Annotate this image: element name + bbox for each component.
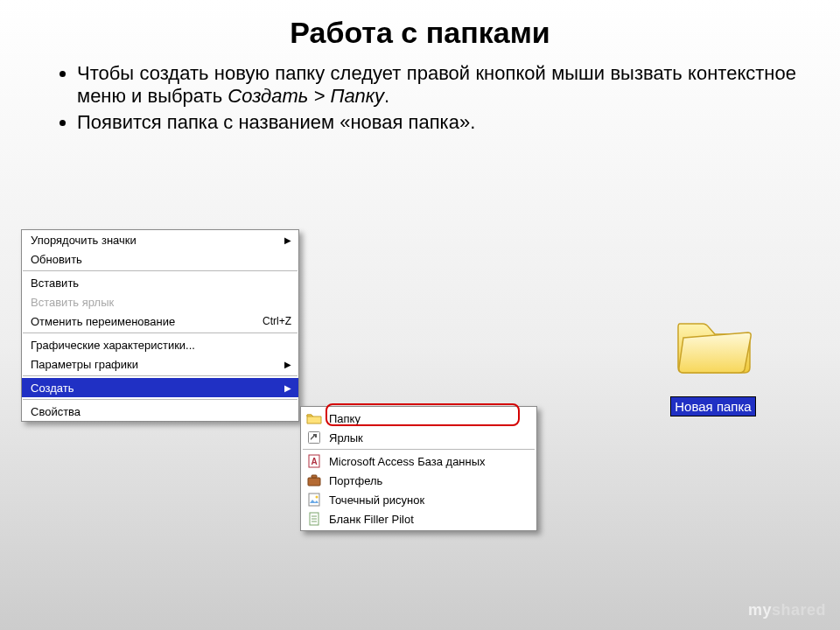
chevron-right-icon: ▶ — [284, 360, 291, 369]
svg-rect-0 — [309, 432, 320, 444]
bullet-1-pre: Чтобы создать новую папку следует правой… — [77, 62, 796, 107]
bullet-1-post: . — [384, 85, 389, 107]
sub-shortcut-label: Ярлык — [329, 431, 363, 444]
ctx-refresh-label: Обновить — [31, 253, 291, 266]
sub-folder[interactable]: Папку — [301, 409, 536, 428]
document-icon — [306, 512, 322, 526]
folder-large-icon — [671, 308, 755, 378]
ctx-graphic-params-label: Параметры графики — [31, 358, 284, 371]
svg-rect-4 — [312, 475, 317, 478]
ctx-refresh[interactable]: Обновить — [22, 249, 298, 269]
svg-rect-3 — [308, 478, 320, 486]
ctx-create-label: Создать — [31, 382, 284, 395]
ctx-create[interactable]: Создать ▶ — [22, 378, 298, 397]
ctx-sep-1 — [23, 270, 298, 271]
sub-filler-pilot[interactable]: Бланк Filler Pilot — [301, 509, 536, 528]
ctx-sep-3 — [23, 375, 298, 376]
sub-bitmap[interactable]: Точечный рисунок — [301, 490, 536, 509]
sub-briefcase[interactable]: Портфель — [301, 471, 536, 490]
ctx-paste-shortcut-label: Вставить ярлык — [31, 296, 291, 309]
ctx-sep-2 — [23, 332, 298, 333]
sub-filler-pilot-label: Бланк Filler Pilot — [329, 513, 414, 526]
ctx-undo-rename[interactable]: Отменить переименование Ctrl+Z — [22, 312, 298, 331]
sub-shortcut[interactable]: Ярлык — [301, 428, 536, 447]
sub-bitmap-label: Точечный рисунок — [329, 494, 424, 507]
chevron-right-icon: ▶ — [284, 235, 291, 245]
ctx-sep-4 — [23, 399, 298, 400]
bullet-1: Чтобы создать новую папку следует правой… — [77, 62, 796, 108]
svg-point-6 — [316, 496, 318, 499]
sub-sep — [303, 449, 535, 450]
ctx-graphic-characteristics[interactable]: Графические характеристики... — [22, 335, 298, 354]
sub-folder-label: Папку — [329, 412, 360, 425]
ctx-undo-rename-label: Отменить переименование — [31, 315, 262, 328]
page-title: Работа с папками — [0, 0, 840, 62]
bitmap-icon — [306, 493, 322, 507]
shortcut-icon — [306, 430, 322, 444]
ctx-graphic-params[interactable]: Параметры графики ▶ — [22, 354, 298, 374]
bullet-list: Чтобы создать новую папку следует правой… — [0, 62, 840, 134]
create-submenu: Папку Ярлык A Microsoft Access База данн… — [300, 406, 537, 531]
svg-text:A: A — [311, 457, 317, 466]
context-menu: Упорядочить значки ▶ Обновить Вставить В… — [21, 229, 299, 422]
sub-briefcase-label: Портфель — [329, 474, 382, 487]
sub-access-db-label: Microsoft Access База данных — [329, 455, 486, 468]
ctx-paste[interactable]: Вставить — [22, 273, 298, 292]
new-folder-preview: Новая папка — [665, 308, 761, 416]
folder-icon — [306, 411, 322, 425]
briefcase-icon — [306, 473, 322, 487]
bullet-2: Появится папка с названием «новая папка»… — [77, 111, 796, 134]
watermark: myshared — [748, 601, 826, 620]
ctx-arrange-icons[interactable]: Упорядочить значки ▶ — [22, 230, 298, 249]
ctx-undo-rename-shortcut: Ctrl+Z — [262, 315, 291, 327]
ctx-paste-shortcut[interactable]: Вставить ярлык — [22, 292, 298, 312]
new-folder-label[interactable]: Новая папка — [671, 397, 754, 416]
ctx-paste-label: Вставить — [31, 276, 291, 290]
ctx-properties[interactable]: Свойства — [22, 402, 298, 421]
ctx-arrange-icons-label: Упорядочить значки — [31, 234, 284, 247]
ctx-graphic-characteristics-label: Графические характеристики... — [31, 339, 291, 352]
watermark-a: my — [748, 601, 772, 619]
ctx-properties-label: Свойства — [31, 405, 291, 418]
svg-rect-5 — [309, 494, 319, 506]
bullet-1-em: Создать > Папку — [228, 85, 384, 107]
sub-access-db[interactable]: A Microsoft Access База данных — [301, 452, 536, 471]
chevron-right-icon: ▶ — [284, 383, 291, 393]
access-icon: A — [306, 454, 322, 468]
watermark-b: shared — [772, 601, 826, 619]
